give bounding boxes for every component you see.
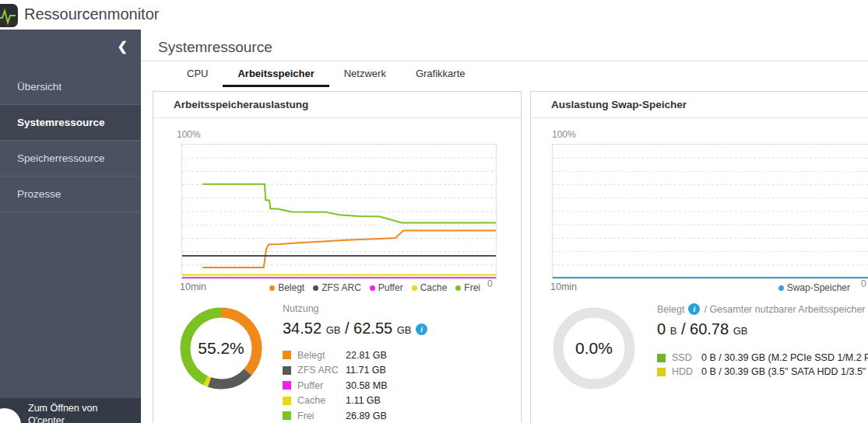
legend-label: Frei [464,282,480,293]
sidebar-collapse-button[interactable]: ❮ [118,40,128,53]
memory-panel: Arbeitsspeicherauslastung 100% 10min 0 B… [153,91,522,423]
swatch-icon [657,354,666,362]
legend-item: Swap-Speicher [778,282,850,293]
y-axis-min-label: 0 [487,278,493,289]
swatch-icon [657,368,666,376]
header-divider [141,61,868,61]
row-value: 11.71 GB [346,365,386,376]
row-value: 0 B / 30.39 GB (3.5" SATA HDD 1/3.5" S..… [701,366,868,377]
legend-label: ZFS ARC [322,282,361,293]
value-divider: / [345,320,350,337]
swap-usage-block: Belegt i / Gesamter nutzbarer Arbeitsspe… [657,303,868,379]
sidebar-nav: Übersicht Systemressource Speicherressou… [0,69,141,212]
legend-label: Belegt [278,282,304,293]
breakdown-row: Puffer30.58 MB [283,378,427,393]
memory-usage-line-chart [181,144,497,279]
breakdown-row: ZFS ARC11.71 GB [283,363,427,379]
sidebar-item-label: Prozesse [17,188,61,200]
row-value: 0 B / 30.39 GB (M.2 PCIe SSD 1/M.2 PCI..… [701,352,868,363]
used-unit: GB [326,324,341,336]
row-label: Cache [297,395,346,406]
tab-cpu[interactable]: CPU [172,65,223,87]
memory-usage-value: 34.52 GB / 62.55 GB i [283,320,427,337]
sidebar-item-speicherressource[interactable]: Speicherressource [0,141,141,177]
sidebar-item-uebersicht[interactable]: Übersicht [0,69,141,105]
y-axis-max-label: 100% [552,129,576,140]
sidebar-item-systemressource[interactable]: Systemressource [0,105,141,141]
memory-chart-legend: Belegt ZFS ARC Puffer Cache Frei [181,282,480,293]
memory-panel-title: Arbeitsspeicherauslastung [153,92,521,118]
value-divider: / [681,320,686,337]
row-value: 26.89 GB [346,411,387,421]
legend-dot-icon [269,285,275,291]
breakdown-row: Frei26.89 GB [283,408,427,423]
row-label: Belegt [297,350,346,361]
legend-item: Cache [412,282,448,293]
legend-label: Swap-Speicher [787,282,850,293]
total-unit: GB [397,324,412,336]
swap-usage-value: 0 B / 60.78 GB [657,320,868,338]
qcenter-tooltip-line1: Zum Öffnen von Q'center [28,402,136,423]
used-amount: 0 [657,320,666,337]
memory-breakdown: Belegt22.81 GB ZFS ARC11.71 GB Puffer30.… [283,348,427,423]
legend-item: ZFS ARC [313,282,361,293]
swap-usage-line-chart [552,144,868,279]
swatch-icon [283,351,291,359]
qcenter-circle [0,408,21,423]
legend-dot-icon [412,285,417,291]
legend-item: Puffer [370,282,403,293]
memory-donut-percent: 55.2% [180,307,262,390]
swap-breakdown: SSD0 B / 30.39 GB (M.2 PCIe SSD 1/M.2 PC… [657,351,868,379]
breakdown-row: HDD0 B / 30.39 GB (3.5" SATA HDD 1/3.5" … [657,365,868,379]
legend-dot-icon [313,285,318,291]
legend-label: Cache [420,282,448,293]
info-icon[interactable]: i [416,323,427,335]
row-value: 22.81 GB [346,350,387,361]
legend-dot-icon [370,285,375,291]
used-unit: B [670,325,677,337]
info-icon[interactable]: i [688,303,700,315]
sidebar: ❮ Übersicht Systemressource Speicherress… [0,30,141,423]
row-label: SSD [672,352,701,363]
memory-usage-block: Nutzung 34.52 GB / 62.55 GB i Belegt22.8… [283,303,427,423]
swap-usage-caption: Belegt i / Gesamter nutzbarer Arbeitsspe… [657,303,868,315]
sidebar-item-label: Systemressource [17,117,105,128]
tab-arbeitsspeicher[interactable]: Arbeitsspeicher [223,65,329,87]
app-titlebar: Ressourcenmonitor [0,0,868,30]
legend-item: Frei [455,282,480,293]
swap-donut-chart: 0.0% [553,307,635,390]
row-value: 30.58 MB [346,380,388,391]
usage-caption: Nutzung [283,303,427,314]
row-label: ZFS ARC [297,365,346,376]
row-label: Frei [297,411,346,421]
swap-chart-legend: Swap-Speicher [552,282,850,293]
y-axis-max-label: 100% [177,129,201,140]
tab-netzwerk[interactable]: Netzwerk [329,65,401,87]
qcenter-tooltip: Zum Öffnen von Q'center drücken 127.0.0.… [0,398,141,423]
sidebar-item-label: Übersicht [17,81,61,93]
used-amount: 34.52 [283,320,322,337]
resource-monitor-icon [0,4,18,27]
swap-panel-title: Auslastung Swap-Speicher [531,92,868,118]
legend-label: Puffer [378,282,403,293]
swatch-icon [283,381,291,390]
memory-donut-chart: 55.2% [180,307,262,390]
tab-grafikkarte[interactable]: Grafikkarte [401,65,480,87]
legend-item: Belegt [269,282,304,293]
breakdown-row: Belegt22.81 GB [283,348,427,363]
legend-dot-icon [778,285,784,291]
sidebar-item-prozesse[interactable]: Prozesse [0,177,141,212]
swatch-icon [283,397,291,405]
page-title: Systemressource [158,39,272,56]
row-label: HDD [672,366,701,377]
swatch-icon [283,366,291,375]
app-title: Ressourcenmonitor [24,5,159,23]
breakdown-row: SSD0 B / 30.39 GB (M.2 PCIe SSD 1/M.2 PC… [657,351,868,365]
tab-bar: CPU Arbeitsspeicher Netzwerk Grafikkarte [172,65,480,87]
legend-dot-icon [455,285,461,291]
row-label: Puffer [297,380,346,391]
caption-rest: / Gesamter nutzbarer Arbeitsspeicher [704,304,865,315]
swap-donut-percent: 0.0% [553,307,635,390]
total-unit: GB [733,325,748,337]
total-amount: 60.78 [690,320,729,337]
